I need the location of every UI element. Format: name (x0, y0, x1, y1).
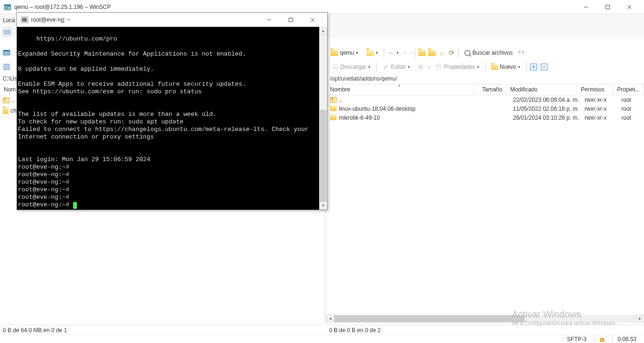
separator (485, 62, 486, 72)
nav-forward-button[interactable]: → (400, 49, 409, 57)
home-icon: ⌂ (440, 49, 444, 57)
remote-hscrollbar[interactable]: ◄ ► (326, 315, 644, 323)
upload-icon[interactable] (3, 63, 10, 71)
col-header-modified[interactable]: Modificado (506, 84, 577, 95)
maximize-button[interactable] (597, 0, 619, 14)
svg-rect-8 (3, 50, 10, 51)
folder-root-icon (428, 50, 436, 56)
window-title: qemu – root@172.25.1.196 – WinSCP (14, 4, 575, 10)
download-button[interactable]: Descargar ▾ (329, 62, 373, 72)
scroll-right-button[interactable]: ► (636, 315, 644, 323)
scroll-down-button[interactable]: ▼ (319, 202, 327, 210)
collapse-all-button[interactable]: − (540, 63, 548, 71)
delete-button[interactable] (415, 63, 426, 71)
close-button[interactable] (619, 0, 640, 14)
terminal-maximize-button[interactable] (280, 13, 302, 27)
scroll-left-button[interactable]: ◄ (326, 315, 334, 323)
file-row[interactable]: linux-ubuntu-18.04.06-desktop 11/05/2022… (326, 104, 644, 113)
scroll-thumb[interactable] (334, 315, 525, 322)
remote-folder-nav: qemu ▾ ▾ ← ▾ → ▾ ⌂ ⟳ Buscar archivos (326, 45, 644, 60)
folder-root-button[interactable] (428, 49, 436, 57)
find-files-button[interactable]: Buscar archivos (461, 48, 516, 57)
terminal-minimize-button[interactable] (258, 13, 280, 27)
chevron-down-icon: ▾ (518, 65, 520, 69)
search-icon (464, 50, 471, 56)
parent-folder-icon (330, 97, 337, 103)
nav-back-button[interactable]: ← (387, 49, 395, 57)
chevron-down-icon: ▾ (410, 50, 413, 55)
sync-icon[interactable] (3, 28, 11, 36)
col-header-owner[interactable]: Propiet... (613, 84, 644, 95)
chevron-down-icon[interactable]: ▾ (396, 50, 399, 55)
chevron-down-icon: ▾ (477, 65, 479, 69)
remote-path: /opt/unetlab/addons/qemu/ (330, 75, 397, 82)
new-folder-dropdown[interactable]: ▾ (363, 49, 381, 57)
status-bar-connection: SFTP-3 0:06:53 (0, 335, 644, 343)
folder-up-icon (418, 50, 426, 56)
refresh-icon: ⟳ (449, 49, 454, 57)
folder-starred-icon (366, 50, 374, 56)
svg-rect-12 (522, 53, 524, 54)
arrow-left-icon: ← (388, 49, 394, 57)
minimize-button[interactable] (575, 0, 597, 14)
separator (384, 48, 384, 58)
terminal-output[interactable]: https://ubuntu.com/pro Expanded Security… (17, 27, 327, 210)
scroll-thumb[interactable] (320, 110, 327, 202)
local-folder-row[interactable]: ch (0, 106, 17, 116)
lock-icon (599, 336, 605, 342)
properties-button[interactable]: Propiedades ▾ (432, 62, 482, 72)
scroll-track[interactable] (319, 35, 327, 202)
file-row[interactable]: mikrotik-6-49-10 26/01/2024 03:10:26 p. … (326, 113, 644, 122)
folder-icon (3, 108, 8, 114)
putty-icon (21, 16, 28, 23)
svg-rect-11 (522, 51, 524, 52)
find-files-label: Buscar archivos (472, 49, 512, 56)
scroll-up-button[interactable]: ▲ (319, 27, 327, 35)
separator (415, 48, 415, 58)
local-path-stub: C:\Us (0, 74, 17, 84)
edit-button[interactable]: Editar ▾ (380, 62, 413, 72)
plus-icon: + (530, 64, 537, 70)
folder-icon (330, 50, 338, 56)
filter-button[interactable] (517, 49, 526, 57)
filter-icon (518, 49, 525, 57)
terminal-close-button[interactable] (302, 13, 323, 27)
col-header-size[interactable]: Tamaño (474, 84, 506, 95)
local-panel-stub: C:\Us Nom .. ch (0, 45, 17, 323)
remote-path-bar[interactable]: /opt/unetlab/addons/qemu/ (326, 74, 644, 84)
local-col-name[interactable]: Nom (0, 84, 17, 95)
disk-icon[interactable] (3, 49, 10, 57)
terminal-window[interactable]: root@eve-ng: ~ https://ubuntu.com/pro Ex… (17, 12, 328, 210)
terminal-cursor (73, 202, 77, 209)
folder-new-icon (491, 65, 498, 70)
terminal-scrollbar[interactable]: ▲ ▼ (319, 27, 327, 210)
svg-rect-19 (600, 339, 604, 342)
download-icon (332, 64, 339, 70)
svg-rect-6 (4, 30, 10, 34)
separator (526, 62, 527, 72)
terminal-titlebar[interactable]: root@eve-ng: ~ (17, 13, 327, 27)
remote-folder-picker[interactable]: qemu ▾ (327, 48, 362, 57)
svg-rect-3 (606, 5, 610, 9)
remote-file-list[interactable]: .. 22/02/2023 06:09:04 a. m. rwxr-xr-x r… (326, 95, 644, 315)
file-row-parent[interactable]: .. 22/02/2023 06:09:04 a. m. rwxr-xr-x r… (326, 95, 644, 104)
folder-icon (330, 106, 337, 111)
separator (376, 62, 377, 72)
properties-icon (435, 64, 442, 70)
separator (458, 48, 459, 58)
folder-icon (330, 115, 337, 120)
arrow-right-icon: → (401, 49, 408, 57)
expand-all-button[interactable]: + (529, 63, 538, 71)
refresh-button[interactable]: ⟳ (447, 49, 456, 57)
new-button[interactable]: Nuevo ▾ (488, 62, 523, 72)
svg-rect-7 (3, 51, 10, 55)
delete-icon (418, 64, 423, 70)
home-button[interactable]: ⌂ (438, 49, 446, 57)
local-parent-row[interactable]: .. (0, 95, 17, 106)
menu-local-stub[interactable]: Loca (3, 17, 15, 24)
status-local-text: 0 B de 64.0 MB en 0 de 1 (3, 327, 67, 334)
main-window-controls (575, 0, 640, 14)
folder-up-button[interactable] (418, 49, 426, 57)
sort-indicator-icon: ▴ (398, 83, 400, 87)
col-header-perms[interactable]: Permisos (577, 84, 613, 95)
